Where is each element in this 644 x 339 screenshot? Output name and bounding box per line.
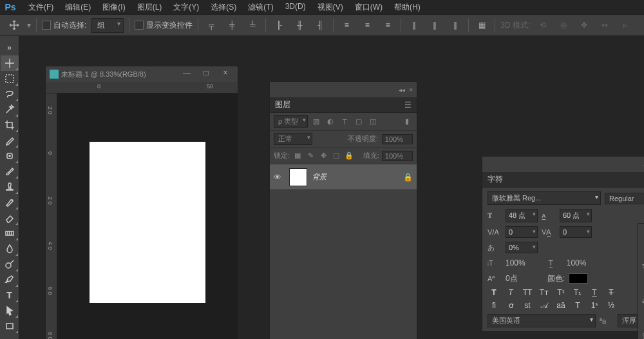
align-top-icon[interactable]: ╤ (204, 17, 219, 33)
panel-header[interactable]: ◂◂× (482, 157, 644, 172)
baseline-value[interactable]: 0点 (506, 273, 518, 284)
filter-smart-icon[interactable]: ◫ (367, 116, 379, 128)
menu-window[interactable]: 窗口(W) (350, 1, 388, 14)
panel-header[interactable]: ◂◂× (270, 82, 417, 97)
font-size-input[interactable]: 48 点 (506, 209, 538, 222)
italic-button[interactable]: T (504, 288, 517, 297)
filter-adjust-icon[interactable]: ◐ (325, 116, 336, 128)
auto-align-icon[interactable]: ▦ (474, 17, 489, 33)
canvas-area[interactable] (57, 93, 238, 339)
scale-input[interactable]: 0% (506, 242, 538, 253)
align-left-icon[interactable]: ╟ (271, 17, 287, 33)
lasso-tool[interactable] (1, 86, 19, 102)
kerning-input[interactable]: 0 (506, 226, 538, 238)
distribute-top-icon[interactable]: ≡ (339, 17, 354, 33)
brush-tool[interactable] (1, 164, 19, 179)
close-button[interactable]: × (217, 68, 234, 80)
move-tool[interactable] (1, 55, 19, 71)
layer-item[interactable]: 👁 背景 🔒 (270, 164, 417, 190)
history-brush-tool[interactable] (1, 195, 19, 210)
bold-button[interactable]: T (488, 288, 500, 297)
language-select[interactable]: 美国英语 (488, 314, 596, 327)
filter-shape-icon[interactable]: ▢ (353, 116, 365, 128)
close-panel-icon[interactable]: × (409, 86, 413, 93)
tracking-input[interactable]: 0 (560, 226, 592, 238)
minimize-button[interactable]: — (178, 68, 195, 80)
menu-filter[interactable]: 滤镜(T) (243, 1, 278, 14)
menu-image[interactable]: 图像(I) (97, 1, 130, 14)
menu-view[interactable]: 视图(V) (312, 1, 348, 14)
document-titlebar[interactable]: 未标题-1 @ 8.33%(RGB/8) — □ × (46, 66, 238, 82)
align-hcenter-icon[interactable]: ╫ (292, 17, 307, 33)
fill-input[interactable]: 100% (382, 151, 413, 161)
text-color-swatch[interactable] (569, 273, 588, 284)
leading-input[interactable]: 60 点 (560, 209, 592, 222)
distribute-bottom-icon[interactable]: ≡ (380, 17, 395, 33)
blur-tool[interactable] (1, 241, 19, 257)
vscale-value[interactable]: 100% (506, 258, 526, 267)
distribute-vcenter-icon[interactable]: ≡ (359, 17, 375, 33)
menu-type[interactable]: 文字(Y) (168, 1, 204, 14)
stamp-tool[interactable] (1, 179, 19, 195)
layer-thumbnail[interactable] (289, 168, 307, 186)
ruler-horizontal[interactable]: 0 50 (46, 82, 238, 93)
align-vcenter-icon[interactable]: ╪ (224, 17, 240, 33)
path-select-tool[interactable] (1, 303, 19, 318)
heal-tool[interactable] (1, 148, 19, 164)
filter-type-icon[interactable]: T (339, 116, 350, 128)
tab-icon[interactable]: » (1, 40, 19, 55)
move-tool-icon[interactable] (6, 17, 22, 33)
menu-edit[interactable]: 编辑(E) (60, 1, 96, 14)
distribute-hcenter-icon[interactable]: ‖ (427, 17, 442, 33)
ordinals-button[interactable]: 1ˢ (588, 301, 601, 310)
lock-brush-icon[interactable]: ✎ (305, 151, 316, 161)
filter-pixel-icon[interactable]: ▧ (310, 116, 322, 128)
menu-layer[interactable]: 图层(L) (132, 1, 167, 14)
dodge-tool[interactable] (1, 257, 19, 272)
stylistic-button[interactable]: aā (554, 301, 567, 310)
allcaps-button[interactable]: TT (521, 288, 534, 297)
canvas[interactable] (90, 142, 205, 303)
ligatures-button[interactable]: fi (488, 301, 500, 310)
layer-name[interactable]: 背景 (312, 172, 398, 182)
layers-tab[interactable]: 图层 (275, 99, 290, 110)
collapse-icon[interactable]: ◂◂ (399, 86, 405, 93)
crop-tool[interactable] (1, 117, 19, 133)
superscript-button[interactable]: T¹ (554, 288, 567, 297)
maximize-button[interactable]: □ (198, 68, 214, 80)
menu-3d[interactable]: 3D(D) (280, 1, 311, 14)
character-tab[interactable]: 字符 (488, 174, 503, 185)
marquee-tool[interactable] (1, 71, 19, 86)
distribute-left-icon[interactable]: ‖ (406, 17, 422, 33)
font-family-select[interactable]: 微软雅黑 Reg... (488, 191, 601, 205)
titling-button[interactable]: T (571, 301, 584, 310)
pen-tool[interactable] (1, 272, 19, 287)
panel-menu-icon[interactable]: ☰ (404, 101, 412, 110)
show-transform-checkbox[interactable]: 显示变换控件 (135, 20, 193, 31)
wand-tool[interactable] (1, 102, 19, 117)
discretionary-button[interactable]: st (521, 301, 534, 310)
visibility-icon[interactable]: 👁 (274, 173, 284, 182)
strikethrough-button[interactable]: T (605, 288, 618, 297)
gradient-tool[interactable] (1, 226, 19, 241)
rectangle-tool[interactable] (1, 318, 19, 334)
font-style-select[interactable]: Regular (605, 193, 644, 204)
menu-help[interactable]: 帮助(H) (389, 1, 426, 14)
underline-button[interactable]: T (588, 288, 601, 297)
lock-position-icon[interactable]: ✥ (318, 151, 328, 161)
menu-file[interactable]: 文件(F) (23, 1, 59, 14)
lock-all-icon[interactable]: 🔒 (344, 151, 354, 161)
auto-select-target[interactable]: 组 (91, 18, 124, 33)
filter-toggle-icon[interactable]: ▮ (401, 116, 413, 128)
eraser-tool[interactable] (1, 210, 19, 226)
swash-button[interactable]: 𝒜 (538, 301, 551, 310)
layer-filter-select[interactable]: ρ 类型 (274, 115, 308, 128)
menu-select[interactable]: 选择(S) (205, 1, 242, 14)
opacity-input[interactable]: 100% (382, 134, 413, 144)
lock-pixels-icon[interactable]: ▦ (292, 151, 303, 161)
auto-select-checkbox[interactable]: 自动选择: (42, 20, 86, 31)
ruler-vertical[interactable]: 2 0 0 2 0 4 0 6 0 8 0 (46, 93, 57, 339)
eyedropper-tool[interactable] (1, 133, 19, 148)
fractions-button[interactable]: ½ (605, 301, 618, 310)
distribute-right-icon[interactable]: ‖ (448, 17, 463, 33)
